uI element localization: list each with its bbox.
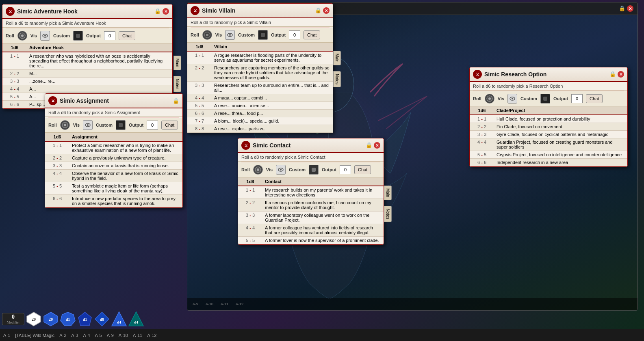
assignment-table: 1d6 Assignment 1 - 1 Protect a Simic res… (45, 133, 182, 207)
assignment-custom-button[interactable] (116, 120, 126, 130)
research-lock-icon[interactable]: 🔒 (609, 71, 616, 78)
villain-roll-button[interactable] (202, 30, 212, 40)
contact-main-tab[interactable]: Main (384, 186, 392, 200)
map-lock-icon[interactable]: 🔒 (619, 5, 625, 12)
svg-rect-29 (312, 168, 316, 172)
table-row: 6 - 6 Introduce a new predator species t… (45, 195, 182, 207)
research-roll-button[interactable] (485, 94, 494, 104)
contact-chat-button[interactable]: Chat (354, 165, 371, 174)
contact-custom-button[interactable] (309, 165, 319, 175)
villain-icon: ⚔ (191, 6, 199, 15)
d20-white-icon[interactable]: 20 (26, 311, 41, 327)
modifier-button[interactable]: 0 Modifier (2, 313, 24, 325)
assignment-col2: Assignment (69, 133, 182, 141)
table-row: 7 - 7 A biom... block)... special... gui… (187, 117, 333, 125)
contact-output-input[interactable] (340, 165, 351, 174)
contact-notes-tab[interactable]: Notes (384, 206, 392, 222)
bottom-bar-item: A-2 (59, 333, 66, 338)
villain-main-tab[interactable]: Main (333, 51, 341, 65)
adventure-hook-roll-button[interactable] (17, 31, 27, 41)
villain-header: ⚔ Simic Villain 🔒 ✕ (187, 4, 333, 18)
research-output-input[interactable] (571, 94, 583, 103)
adventure-hook-roll-controls: Roll Vis Custom Output Chat (2, 28, 172, 43)
assignment-chat-button[interactable]: Chat (161, 121, 178, 129)
contact-lock-icon[interactable]: 🔒 (366, 142, 372, 149)
table-row: 3 - 3 A former laboratory colleague went… (238, 212, 384, 224)
research-col2: Clade/Project (494, 106, 627, 115)
villain-chat-button[interactable]: Chat (304, 30, 320, 39)
contact-title: ⚔ Simic Contact (241, 141, 291, 150)
villain-col1: 1d8 (187, 43, 212, 51)
villain-subtitle: Roll a d8 to randomly pick a Simic Villa… (187, 18, 333, 27)
assignment-header: ⚔ Simic Assignment 🔒 (45, 94, 182, 108)
bottom-bar-table-label: [TABLE] Wild Magic (15, 333, 54, 338)
adventure-hook-output-input[interactable] (104, 31, 115, 40)
svg-text:d4: d4 (134, 320, 138, 324)
d20-blue-icon[interactable]: 20 (43, 311, 59, 327)
dice-tray: 0 Modifier 20 20 d1 d1 d8 d4 d4 (2, 311, 144, 327)
villain-col2: Villain (212, 43, 333, 51)
svg-rect-19 (119, 123, 123, 127)
d10-blue-icon[interactable]: d1 (77, 311, 93, 327)
adventure-hook-custom-button[interactable] (73, 31, 83, 41)
table-row: 4 - 4 A former colleague has ventured in… (238, 224, 384, 237)
adventure-hook-chat-button[interactable]: Chat (119, 31, 135, 40)
villain-vis-button[interactable] (225, 30, 235, 40)
villain-table: 1d8 Villain 1 - 1 A rogue researcher is … (187, 43, 333, 133)
table-row: 4 - 4 A... (2, 85, 172, 93)
d4-teal-icon[interactable]: d4 (128, 311, 144, 327)
villain-lock-icon[interactable]: 🔒 (315, 7, 321, 14)
contact-vis-button[interactable] (276, 165, 286, 175)
map-close-button[interactable]: ✕ (627, 5, 633, 12)
research-chat-button[interactable]: Chat (586, 94, 603, 103)
research-close-button[interactable]: ✕ (618, 71, 624, 78)
d12-blue-icon[interactable]: d1 (60, 311, 76, 327)
research-custom-button[interactable] (540, 94, 550, 104)
map-grid-bar: A-9 A-10 A-11 A-12 (187, 298, 637, 310)
table-row: 4 - 4 A maga... captur... combi... (187, 94, 333, 102)
grid-cell: A-11 (217, 302, 232, 306)
table-row: 5 - 5 Crypsis Project, focused on intell… (470, 151, 627, 159)
contact-icon: ⚔ (241, 141, 250, 150)
map-controls: 🔒 ✕ (619, 5, 633, 12)
grid-cell: A-12 (232, 302, 247, 306)
assignment-output-input[interactable] (147, 121, 158, 129)
adventure-hook-vis-button[interactable] (40, 31, 50, 41)
villain-notes-tab[interactable]: Notes (333, 71, 341, 87)
assignment-roll-controls: Roll Vis Custom Output Chat (45, 118, 182, 133)
svg-rect-24 (261, 33, 265, 37)
grid-cell: A-10 (202, 302, 217, 306)
research-table: 1d6 Clade/Project 1 - 1 Hull Clade, focu… (470, 106, 627, 166)
contact-subtitle: Roll a d8 to randomly pick a Simic Conta… (238, 153, 384, 162)
villain-custom-button[interactable] (258, 30, 268, 40)
assignment-vis-button[interactable] (83, 120, 93, 130)
research-header: ⚔ Simic Research Option 🔒 ✕ (470, 67, 627, 82)
adventure-hook-subtitle: Roll a d6 to randomly pick a Simic Adven… (2, 19, 172, 28)
adventure-hook-main-tab[interactable]: Main (173, 56, 181, 70)
table-row: 2 - 2 Fin Clade, focused on movement (470, 123, 627, 131)
adventure-hook-close-button[interactable]: ✕ (163, 8, 169, 15)
villain-close-button[interactable]: ✕ (323, 7, 330, 14)
assignment-roll-button[interactable] (60, 120, 70, 130)
contact-roll-button[interactable] (253, 165, 263, 175)
assignment-title: ⚔ Simic Assignment (48, 96, 109, 105)
svg-point-16 (64, 124, 66, 126)
d4-blue-icon[interactable]: d4 (111, 311, 127, 327)
d8-blue-icon[interactable]: d8 (94, 311, 110, 327)
bottom-bar-item: A-12 (147, 333, 156, 338)
research-vis-button[interactable] (507, 94, 517, 104)
assignment-lock-icon[interactable]: 🔒 (173, 98, 179, 104)
assignment-panel: ⚔ Simic Assignment 🔒 Roll a d6 to random… (45, 93, 183, 208)
svg-text:d1: d1 (66, 317, 70, 322)
contact-col1: 1d8 (238, 177, 262, 186)
villain-controls: 🔒 ✕ (315, 7, 330, 14)
adventure-hook-lock-icon[interactable]: 🔒 (154, 8, 161, 15)
table-row: 4 - 4 Observe the behavior of a new form… (45, 170, 182, 182)
contact-close-button[interactable]: ✕ (374, 142, 380, 149)
adventure-hook-notes-tab[interactable]: Notes (173, 76, 181, 92)
svg-point-31 (488, 97, 491, 100)
research-col1: 1d6 (470, 106, 494, 115)
svg-point-23 (229, 34, 231, 36)
villain-output-input[interactable] (289, 30, 300, 39)
svg-rect-14 (76, 34, 80, 38)
